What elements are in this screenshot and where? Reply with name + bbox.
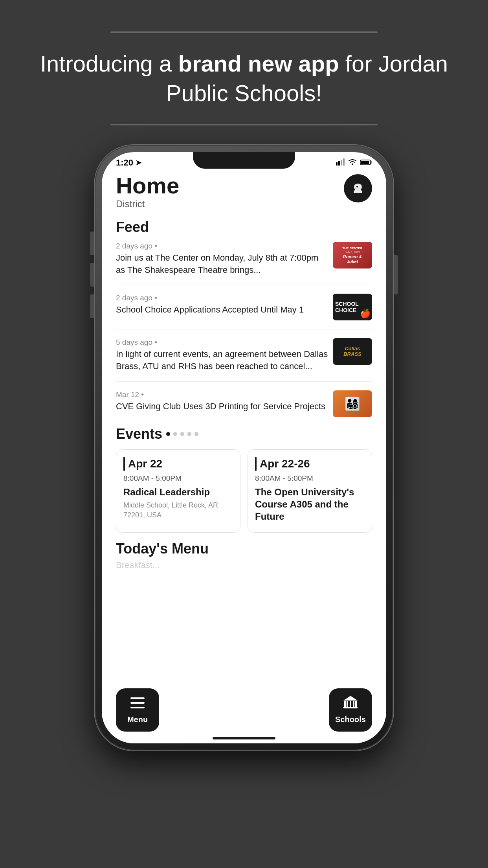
event-date-bar: Apr 22-26 (255, 457, 365, 471)
event-time: 8:00AM - 5:00PM (255, 474, 365, 483)
feed-timestamp: 2 days ago • (116, 294, 328, 302)
building-columns-icon (343, 695, 358, 712)
feed-headline: School Choice Applications Accepted Unti… (116, 304, 328, 316)
events-section-title: Events (116, 426, 162, 442)
bottom-nav: Menu Schools (102, 682, 386, 743)
event-date-bar: Apr 22 (123, 457, 233, 471)
feed-item[interactable]: 5 days ago • In light of current events,… (116, 338, 372, 373)
event-time: 8:00AM - 5:00PM (123, 474, 233, 483)
feed-item[interactable]: Mar 12 • CVE Giving Club Uses 3D Printin… (116, 390, 372, 417)
events-row: Apr 22 8:00AM - 5:00PM Radical Leadershi… (116, 449, 372, 533)
title-group: Home District (116, 174, 179, 210)
event-name: Radical Leadership (123, 486, 233, 498)
feed-item-text: Mar 12 • CVE Giving Club Uses 3D Printin… (116, 390, 328, 413)
feed-timestamp: 5 days ago • (116, 338, 328, 347)
phone-notch (193, 152, 295, 169)
svg-rect-13 (350, 701, 351, 707)
feed-image-schoolchoice: SCHOOLCHOICE 🍎 (333, 294, 372, 320)
status-icons (336, 158, 372, 168)
feed-item[interactable]: 2 days ago • School Choice Applications … (116, 294, 372, 320)
feed-item[interactable]: 2 days ago • Join us at The Center on Mo… (116, 242, 372, 276)
svg-rect-10 (130, 707, 145, 708)
menu-label: Menu (127, 715, 148, 724)
svg-rect-12 (347, 701, 348, 707)
schools-label: Schools (335, 715, 366, 724)
app-header: Home District (116, 174, 372, 210)
menu-section: Today's Menu Breakfast... (116, 541, 372, 570)
svg-point-4 (352, 164, 353, 165)
feed-item-text: 2 days ago • Join us at The Center on Mo… (116, 242, 328, 276)
events-header: Events (116, 426, 372, 442)
hero-text: Introducing a brand new app for Jordan P… (0, 49, 488, 108)
status-time: 1:20 (116, 158, 133, 168)
event-card[interactable]: Apr 22 8:00AM - 5:00PM Radical Leadershi… (116, 449, 240, 533)
feed-timestamp: Mar 12 • (116, 390, 328, 399)
event-date: Apr 22 (128, 458, 162, 470)
dot-inactive (173, 432, 177, 436)
dot-inactive (187, 432, 191, 436)
svg-rect-17 (343, 707, 358, 708)
schools-button[interactable]: Schools (329, 688, 372, 732)
status-time-group: 1:20 ➤ (116, 158, 141, 168)
feed-headline: Join us at The Center on Monday, July 8t… (116, 252, 328, 276)
app-title: Home (116, 174, 179, 197)
feed-timestamp: 2 days ago • (116, 242, 328, 250)
signal-icon (336, 158, 345, 168)
phone-screen: 1:20 ➤ (102, 152, 386, 743)
phone-shell: 1:20 ➤ (95, 145, 393, 750)
avatar[interactable] (344, 174, 372, 202)
battery-icon (360, 158, 372, 168)
svg-rect-1 (338, 161, 340, 166)
dot-inactive (194, 432, 198, 436)
event-accent-bar (255, 457, 257, 471)
event-card[interactable]: Apr 22-26 8:00AM - 5:00PM The Open Unive… (248, 449, 372, 533)
dot-active (166, 432, 170, 436)
menu-section-title: Today's Menu (116, 541, 372, 557)
svg-rect-9 (130, 702, 145, 704)
events-pagination-dots (166, 432, 198, 436)
feed-divider (116, 285, 372, 285)
svg-marker-16 (343, 696, 358, 701)
svg-rect-14 (353, 701, 354, 707)
feed-image-shakespeare: THE CENTER July 8, 2019 Romeo &Juliet (333, 242, 372, 268)
feed-headline: In light of current events, an agreement… (116, 348, 328, 373)
top-divider (110, 31, 378, 33)
feed-item-text: 5 days ago • In light of current events,… (116, 338, 328, 373)
feed-section-title: Feed (116, 219, 372, 235)
svg-rect-3 (343, 158, 345, 166)
dot-inactive (180, 432, 184, 436)
feed-image-giving: 👨‍👩‍👧‍👦 (333, 390, 372, 417)
wifi-icon (348, 158, 357, 168)
phone-mockup: 1:20 ➤ (95, 145, 393, 758)
location-icon: ➤ (136, 158, 141, 167)
bottom-divider (110, 124, 378, 125)
hamburger-menu-icon (130, 695, 145, 712)
event-date: Apr 22-26 (260, 458, 310, 470)
svg-rect-2 (341, 160, 342, 166)
feed-divider (116, 329, 372, 329)
svg-rect-8 (130, 697, 145, 699)
event-accent-bar (123, 457, 125, 471)
event-name: The Open University's Course A305 and th… (255, 486, 365, 523)
menu-placeholder: Breakfast... (116, 560, 372, 570)
feed-item-text: 2 days ago • School Choice Applications … (116, 294, 328, 316)
svg-rect-11 (344, 701, 346, 707)
menu-button[interactable]: Menu (116, 688, 159, 732)
svg-rect-0 (336, 162, 338, 166)
feed-headline: CVE Giving Club Uses 3D Printing for Ser… (116, 401, 328, 413)
svg-rect-6 (361, 161, 369, 164)
svg-rect-15 (355, 701, 357, 707)
feed-divider (116, 381, 372, 382)
app-subtitle: District (116, 199, 179, 210)
app-content: Home District Feed 2 days ago (102, 168, 386, 737)
event-location: Middle School, Little Rock, AR 72201, US… (123, 500, 233, 520)
feed-image-dallas: DallasBRASS (333, 338, 372, 365)
home-indicator (213, 737, 275, 739)
svg-rect-7 (371, 161, 372, 164)
